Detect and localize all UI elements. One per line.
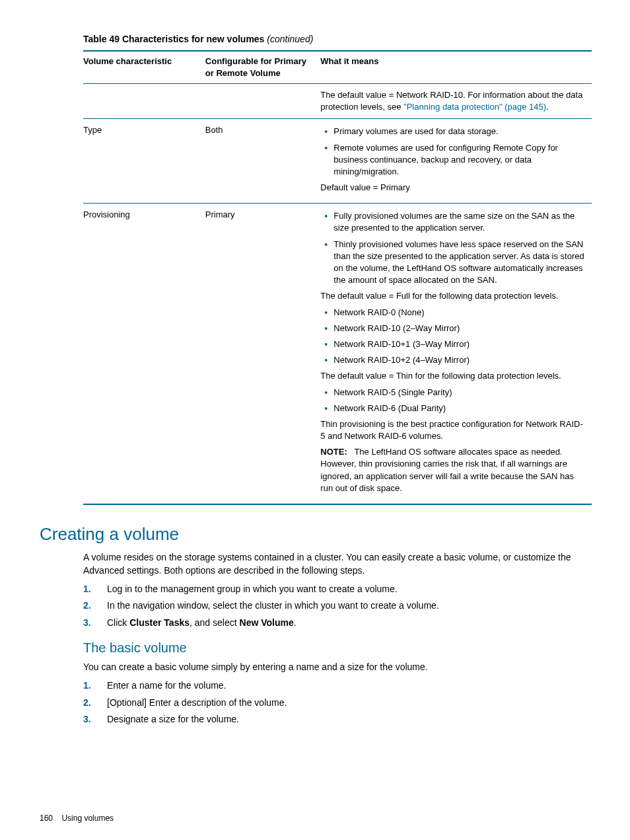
list-item: Remote volumes are used for configuring … <box>333 142 585 178</box>
list-item: Thinly provisioned volumes have less spa… <box>333 239 585 287</box>
page-number: 160 <box>40 814 53 823</box>
text: . <box>546 102 549 112</box>
list-item: Network RAID-0 (None) <box>333 307 585 319</box>
cell-characteristic: Provisioning <box>83 204 205 504</box>
running-header: Using volumes <box>61 814 114 823</box>
text: Thin provisioning is the best practice c… <box>320 418 585 442</box>
cell-meaning: Fully provisioned volumes are the same s… <box>320 204 592 504</box>
note-label: NOTE: <box>320 447 347 457</box>
table-row: Provisioning Primary Fully provisioned v… <box>83 204 592 504</box>
list-item: Designate a size for the volume. <box>107 713 590 726</box>
th-volume-characteristic: Volume characteristic <box>83 51 205 84</box>
bullet-list: Fully provisioned volumes are the same s… <box>320 210 585 286</box>
caption-text: Table 49 Characteristics for new volumes <box>83 34 267 44</box>
list-item: Fully provisioned volumes are the same s… <box>333 210 585 234</box>
cell-characteristic: Type <box>83 119 205 204</box>
cell-meaning: Primary volumes are used for data storag… <box>320 119 592 204</box>
page: Table 49 Characteristics for new volumes… <box>0 0 630 840</box>
list-item: Network RAID-5 (Single Parity) <box>333 387 585 399</box>
paragraph: You can create a basic volume simply by … <box>83 661 590 674</box>
table-row: Type Both Primary volumes are used for d… <box>83 119 592 204</box>
th-what-it-means: What it means <box>320 51 592 84</box>
text: , and select <box>190 617 240 628</box>
volume-characteristics-table: Volume characteristic Configurable for P… <box>83 50 592 505</box>
bold-text: Cluster Tasks <box>129 617 190 628</box>
text: The default value = Full for the followi… <box>320 290 585 302</box>
ordered-list: Enter a name for the volume. [Optional] … <box>83 679 590 726</box>
list-item: Network RAID-10+2 (4–Way Mirror) <box>333 354 585 366</box>
page-footer: 160 Using volumes <box>40 813 114 824</box>
cell-characteristic <box>83 83 205 118</box>
table-caption: Table 49 Characteristics for new volumes… <box>83 33 590 46</box>
list-item: Enter a name for the volume. <box>107 679 590 693</box>
note-text: The LeftHand OS software allocates space… <box>320 447 574 493</box>
caption-continued: (continued) <box>267 34 313 44</box>
list-item: [Optional] Enter a description of the vo… <box>107 697 590 710</box>
ordered-list: Log in to the management group in which … <box>83 583 590 630</box>
cell-configurable: Both <box>205 119 321 204</box>
list-item: Network RAID-6 (Dual Parity) <box>333 402 585 414</box>
list-item: Network RAID-10+1 (3–Way Mirror) <box>333 338 585 350</box>
text: The default value = Thin for the followi… <box>320 370 585 382</box>
list-item: Primary volumes are used for data storag… <box>333 126 585 137</box>
text: Click <box>107 617 129 628</box>
cell-configurable <box>205 83 321 118</box>
text: . <box>294 617 297 628</box>
link-planning-data-protection[interactable]: "Planning data protection" (page 145) <box>403 102 546 112</box>
bullet-list: Network RAID-0 (None) Network RAID-10 (2… <box>320 307 585 367</box>
bullet-list: Network RAID-5 (Single Parity) Network R… <box>320 387 585 414</box>
cell-meaning: The default value = Network RAID-10. For… <box>320 83 592 118</box>
table-row: The default value = Network RAID-10. For… <box>83 83 592 118</box>
paragraph: A volume resides on the storage systems … <box>83 551 590 577</box>
th-configurable: Configurable for Primary or Remote Volum… <box>205 51 321 84</box>
list-item: Click Cluster Tasks, and select New Volu… <box>107 617 590 630</box>
cell-configurable: Primary <box>205 204 321 504</box>
bold-text: New Volume <box>240 617 294 628</box>
bullet-list: Primary volumes are used for data storag… <box>320 126 585 178</box>
list-item: Log in to the management group in which … <box>107 583 590 596</box>
list-item: In the navigation window, select the clu… <box>107 599 590 613</box>
heading-creating-a-volume: Creating a volume <box>40 522 590 546</box>
note: NOTE: The LeftHand OS software allocates… <box>320 446 585 494</box>
list-item: Network RAID-10 (2–Way Mirror) <box>333 323 585 334</box>
heading-the-basic-volume: The basic volume <box>83 638 590 657</box>
text: Default value = Primary <box>320 182 585 194</box>
